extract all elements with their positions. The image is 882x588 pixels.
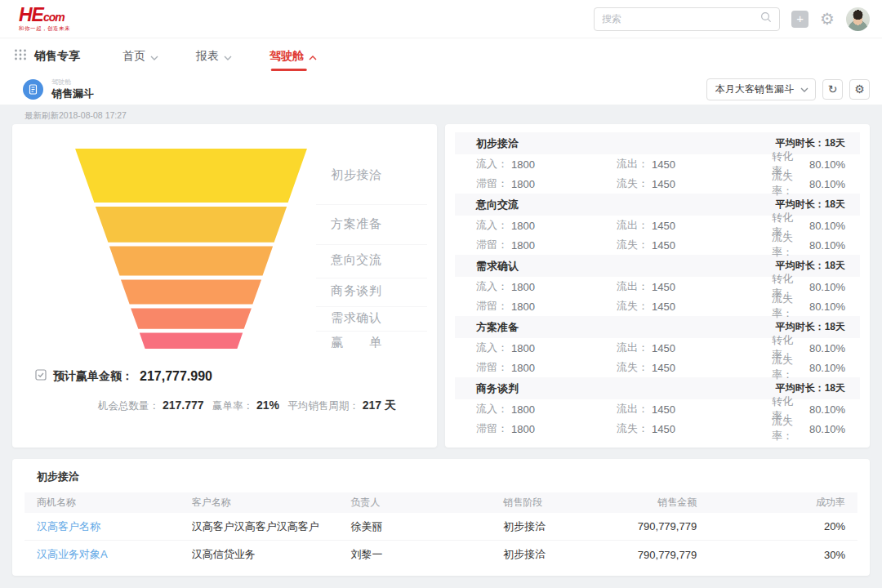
workspace-label: 销售专享: [34, 49, 80, 64]
refresh-strip: 最新刷新2018-08-08 17:27: [0, 105, 882, 127]
stage-panel-4: 方案准备 平均时长：18天 流入：1800 流出：1450 转化率：80.10%…: [445, 316, 870, 377]
chart-settings-button[interactable]: ⚙: [849, 79, 870, 100]
funnel-stage-label-4: 商务谈判: [331, 283, 381, 299]
metric-loss-rate: 流失率：80.10%: [772, 419, 845, 439]
success-rate: 30%: [697, 549, 858, 561]
stage-name: 初步接洽: [476, 136, 519, 151]
col-sales-amount: 销售金额: [613, 496, 697, 510]
opportunity-name-link[interactable]: 汉高客户名称: [24, 519, 180, 534]
funnel-stage-6[interactable]: [140, 333, 243, 349]
funnel-stage-3[interactable]: [109, 247, 273, 276]
col-success-rate: 成功率: [697, 496, 858, 510]
metric-stagnant: 滞留：1800: [476, 296, 617, 316]
nav-cockpit-label: 驾驶舱: [270, 49, 304, 64]
top-header: HEcom 和你一起，创造未来 + ⚙: [0, 0, 882, 38]
metric-lost: 流失：1450: [617, 235, 772, 255]
opportunity-name-link[interactable]: 汉高业务对象A: [24, 547, 180, 562]
stage-detail-card: 初步接洽 平均时长：18天 流入：1800 流出：1450 转化率：80.10%…: [445, 124, 870, 448]
search-input[interactable]: [602, 13, 760, 24]
metric-loss-rate: 流失率：80.10%: [772, 174, 845, 194]
brand-he: HE: [19, 4, 43, 25]
nav-reports-label: 报表: [196, 49, 219, 64]
table-title: 初步接洽: [37, 470, 79, 484]
main-navbar: 销售专享 首页 报表 驾驶舱: [0, 38, 882, 74]
col-opportunity-name: 商机名称: [24, 496, 180, 510]
stage-name: 商务谈判: [476, 381, 519, 396]
funnel-stage-label-2: 方案准备: [331, 216, 381, 232]
user-avatar[interactable]: [846, 7, 870, 31]
plus-icon: +: [796, 11, 804, 25]
chevron-down-icon: [224, 50, 232, 63]
stat-label: 平均销售周期：: [287, 399, 359, 413]
sales-amount: 790,779,779: [613, 549, 697, 561]
metric-outflow: 流出：1450: [617, 277, 772, 296]
stat-label: 赢单率：: [212, 399, 253, 413]
funnel-card: 初步接洽 方案准备 意向交流 商务谈判 需求确认 赢单 预计赢单金额： 217,…: [12, 124, 437, 448]
stat-opportunity-count: 机会总数量： 217.777: [98, 399, 204, 413]
funnel-label-divider: [316, 331, 427, 332]
funnel-stats-row: 机会总数量： 217.777 赢单率： 21% 平均销售周期： 217 天: [12, 399, 437, 413]
brand-logo-text: HEcom: [19, 6, 70, 24]
funnel-stage-1[interactable]: [75, 149, 307, 203]
sales-stage: 初步接洽: [491, 547, 613, 562]
settings-gear-button[interactable]: ⚙: [820, 11, 835, 27]
metric-stagnant: 滞留：1800: [476, 419, 617, 439]
owner: 徐美丽: [339, 519, 492, 534]
stage-avg-duration: 平均时长：18天: [776, 259, 845, 273]
sales-amount: 790,779,779: [613, 520, 697, 532]
success-rate: 20%: [697, 520, 858, 532]
opportunity-table-card: 初步接洽 商机名称 客户名称 负责人 销售阶段 销售金额 成功率 汉高客户名称 …: [12, 459, 870, 576]
funnel-stage-2[interactable]: [96, 207, 287, 243]
stat-label: 机会总数量：: [98, 399, 159, 413]
expected-amount-value: 217,777.990: [140, 369, 212, 384]
metric-loss-rate: 流失率：80.10%: [772, 358, 845, 377]
filter-select-value: 本月大客销售漏斗: [715, 82, 794, 96]
metric-lost: 流失：1450: [617, 419, 772, 439]
stat-value: 217.777: [163, 399, 204, 412]
table-header-row: 商机名称 客户名称 负责人 销售阶段 销售金额 成功率: [24, 492, 858, 513]
metric-inflow: 流入：1800: [476, 277, 617, 296]
workspace-switcher[interactable]: 销售专享: [14, 48, 80, 65]
funnel-label-divider: [316, 244, 427, 245]
funnel-label-divider: [316, 306, 427, 307]
metric-stagnant: 滞留：1800: [476, 358, 617, 377]
nav-item-home[interactable]: 首页: [122, 38, 158, 74]
last-refresh-text: 最新刷新2018-08-08 17:27: [24, 110, 127, 122]
refresh-button[interactable]: ↻: [822, 79, 843, 100]
stage-name: 方案准备: [476, 320, 519, 335]
funnel-label-divider: [316, 278, 427, 278]
nav-item-reports[interactable]: 报表: [196, 38, 232, 74]
metric-inflow: 流入：1800: [476, 154, 617, 174]
opportunity-table: 商机名称 客户名称 负责人 销售阶段 销售金额 成功率 汉高客户名称 汉高客户汉…: [24, 492, 858, 568]
metric-loss-rate: 流失率：80.10%: [772, 296, 845, 316]
stat-value: 217 天: [363, 399, 396, 413]
stage-name: 需求确认: [476, 259, 519, 274]
table-row[interactable]: 汉高业务对象A 汉高信贷业务 刘黎一 初步接洽 790,779,779 30%: [24, 541, 858, 568]
stage-panel-1: 初步接洽 平均时长：18天 流入：1800 流出：1450 转化率：80.10%…: [445, 132, 870, 194]
chevron-down-icon: [150, 50, 158, 63]
metric-stagnant: 滞留：1800: [476, 174, 617, 194]
page-category: 驾驶舱: [51, 79, 94, 86]
expected-amount-row: 预计赢单金额： 217,777.990: [35, 369, 212, 384]
search-icon[interactable]: [760, 11, 772, 26]
metric-inflow: 流入：1800: [476, 338, 617, 358]
gear-icon: ⚙: [854, 82, 865, 96]
apps-grid-icon: [14, 48, 27, 65]
brand-com: com: [43, 11, 65, 24]
metric-lost: 流失：1450: [617, 296, 772, 316]
sales-funnel-chart: [72, 149, 310, 349]
funnel-stage-label-3: 意向交流: [331, 252, 381, 268]
funnel-stage-4[interactable]: [121, 279, 261, 304]
global-search[interactable]: [594, 7, 780, 31]
page-titlebar: 驾驶舱 销售漏斗 本月大客销售漏斗 ↻ ⚙: [0, 74, 882, 105]
nav-item-cockpit[interactable]: 驾驶舱: [270, 38, 317, 74]
stage-avg-duration: 平均时长：18天: [776, 320, 845, 334]
nav-home-label: 首页: [122, 49, 145, 64]
metric-inflow: 流入：1800: [476, 399, 617, 419]
funnel-stage-5[interactable]: [131, 308, 252, 328]
add-button[interactable]: +: [791, 11, 808, 28]
gear-icon: ⚙: [820, 10, 835, 28]
stage-panel-3: 需求确认 平均时长：18天 流入：1800 流出：1450 转化率：80.10%…: [445, 255, 870, 316]
funnel-filter-select[interactable]: 本月大客销售漏斗: [706, 78, 816, 100]
table-row[interactable]: 汉高客户名称 汉高客户汉高客户汉高客户 徐美丽 初步接洽 790,779,779…: [24, 513, 858, 541]
